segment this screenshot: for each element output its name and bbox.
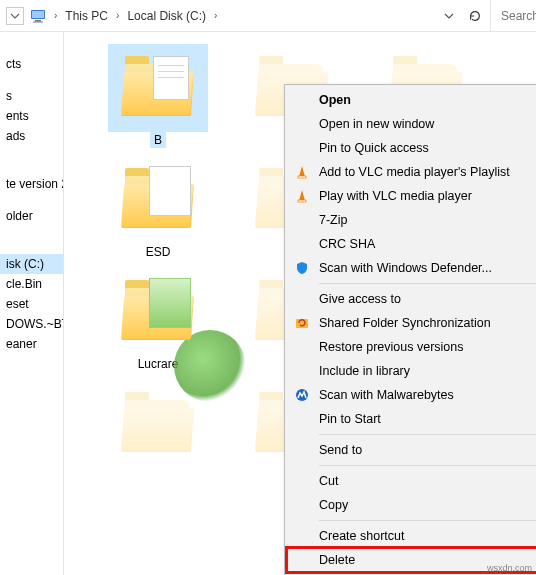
sidebar-item[interactable]: eaner — [0, 334, 63, 354]
address-bar: › This PC › Local Disk (C:) › Search — [0, 0, 536, 32]
menu-item-restore-previous[interactable]: Restore previous versions — [287, 335, 536, 359]
menu-item-copy[interactable]: Copy — [287, 493, 536, 517]
sidebar-item[interactable]: older — [0, 206, 63, 226]
menu-item-create-shortcut[interactable]: Create shortcut — [287, 524, 536, 548]
menu-item-shared-folder-sync[interactable]: Shared Folder Synchronization▶ — [287, 311, 536, 335]
this-pc-icon — [30, 8, 46, 24]
vlc-icon — [293, 187, 311, 205]
sidebar-item[interactable]: DOWS.~BT — [0, 314, 63, 334]
folder-view[interactable]: B and s ESD — [64, 32, 536, 575]
sync-icon — [293, 314, 311, 332]
chevron-right-icon[interactable]: › — [210, 10, 221, 21]
search-input[interactable]: Search — [490, 0, 536, 31]
breadcrumb-this-pc[interactable]: This PC — [61, 5, 112, 27]
vlc-icon — [293, 163, 311, 181]
folder-icon — [121, 60, 195, 116]
navigation-pane[interactable]: cts s ents ads te version 2 older isk (C… — [0, 32, 64, 575]
folder-icon — [121, 172, 195, 228]
folder-label: B — [150, 132, 166, 148]
sidebar-item[interactable]: cts — [0, 54, 63, 74]
menu-separator — [319, 283, 536, 284]
folder-label: ESD — [142, 244, 175, 260]
svg-rect-1 — [32, 11, 44, 18]
menu-item-malwarebytes[interactable]: Scan with Malwarebytes — [287, 383, 536, 407]
folder-item-ESD[interactable]: ESD — [108, 156, 208, 260]
menu-separator — [319, 465, 536, 466]
sidebar-item[interactable]: s — [0, 86, 63, 106]
menu-item-cut[interactable]: Cut — [287, 469, 536, 493]
history-dropdown[interactable] — [6, 7, 24, 25]
sidebar-item[interactable]: ads — [0, 126, 63, 146]
sidebar-item[interactable]: cle.Bin — [0, 274, 63, 294]
menu-item-pin-start[interactable]: Pin to Start — [287, 407, 536, 431]
chevron-right-icon[interactable]: › — [50, 10, 61, 21]
svg-rect-3 — [33, 21, 43, 22]
context-menu: Open Open in new window Pin to Quick acc… — [284, 84, 536, 575]
menu-item-include-library[interactable]: Include in library▶ — [287, 359, 536, 383]
menu-item-windows-defender[interactable]: Scan with Windows Defender... — [287, 256, 536, 280]
sidebar-item[interactable]: eset — [0, 294, 63, 314]
watermark-text: wsxdn.com — [487, 563, 532, 573]
shield-icon — [293, 259, 311, 277]
menu-item-vlc-add-playlist[interactable]: Add to VLC media player's Playlist — [287, 160, 536, 184]
menu-item-vlc-play[interactable]: Play with VLC media player — [287, 184, 536, 208]
svg-rect-4 — [298, 176, 306, 178]
malwarebytes-icon — [293, 386, 311, 404]
menu-item-7zip[interactable]: 7-Zip▶ — [287, 208, 536, 232]
menu-item-pin-quick-access[interactable]: Pin to Quick access — [287, 136, 536, 160]
svg-rect-5 — [298, 200, 306, 202]
menu-item-send-to[interactable]: Send to▶ — [287, 438, 536, 462]
sidebar-item-local-disk[interactable]: isk (C:) — [0, 254, 63, 274]
sidebar-item[interactable]: te version 2 — [0, 174, 63, 194]
refresh-button[interactable] — [460, 5, 490, 27]
sidebar-item[interactable]: ents — [0, 106, 63, 126]
menu-separator — [319, 520, 536, 521]
folder-item-B[interactable]: B — [108, 44, 208, 148]
folder-item[interactable] — [108, 380, 208, 484]
menu-item-give-access[interactable]: Give access to▶ — [287, 287, 536, 311]
folder-icon — [121, 396, 195, 452]
breadcrumb-local-disk[interactable]: Local Disk (C:) — [123, 5, 210, 27]
menu-item-crc-sha[interactable]: CRC SHA▶ — [287, 232, 536, 256]
menu-separator — [319, 434, 536, 435]
menu-item-open-new-window[interactable]: Open in new window — [287, 112, 536, 136]
folder-icon — [121, 284, 195, 340]
menu-item-open[interactable]: Open — [287, 88, 536, 112]
svg-rect-2 — [35, 20, 41, 22]
chevron-right-icon[interactable]: › — [112, 10, 123, 21]
address-history-dropdown[interactable] — [438, 7, 460, 25]
